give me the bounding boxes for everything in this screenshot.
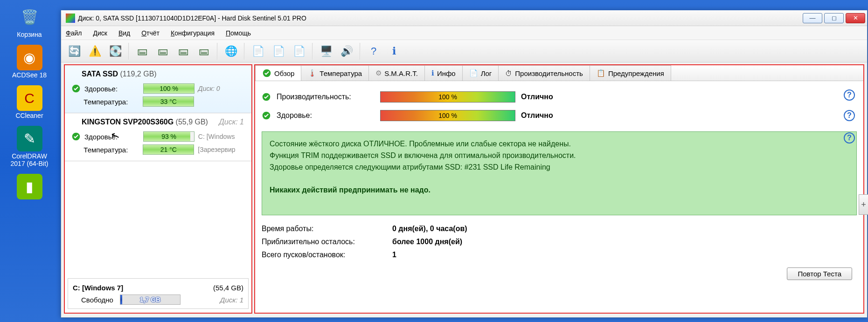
tool-doc1[interactable]: 📄 — [249, 42, 267, 61]
tool-a[interactable]: 🖴 — [133, 42, 152, 61]
tab-smart[interactable]: ⚙ S.M.A.R.T. — [368, 65, 425, 81]
tool-globe[interactable]: 🌐 — [222, 42, 240, 61]
window-title: Диск: 0, SATA SSD [11130711040D1D12EF0A]… — [78, 14, 803, 22]
toolbar-separator — [217, 43, 218, 60]
close-button[interactable]: ✕ — [846, 13, 865, 23]
menu-config[interactable]: Конфигурация — [171, 29, 215, 37]
tool-disk[interactable]: 💽 — [106, 42, 125, 61]
check-icon — [262, 111, 271, 120]
disks-panel: SATA SSD (119,2 GB) Здоровье: 100 % Диск… — [64, 64, 252, 314]
tool-b[interactable]: 🖴 — [153, 42, 172, 61]
overview-pane: ? ? ? Производительность: 100 % Отлично … — [255, 81, 863, 313]
metric-health: Здоровье: 100 % Отлично — [262, 106, 857, 125]
disk-card-0[interactable]: SATA SSD (119,2 GB) Здоровье: 100 % Диск… — [65, 65, 251, 113]
stats-block: Время работы:0 дня(ей), 0 часа(ов) Прибл… — [262, 225, 857, 264]
metric-performance: Производительность: 100 % Отлично — [262, 88, 857, 106]
tool-monitor[interactable]: 🖥️ — [317, 42, 335, 61]
stat-value: более 1000 дня(ей) — [392, 238, 462, 251]
desktop-icon-other[interactable]: ▮ — [4, 172, 55, 204]
tab-overview[interactable]: Обзор — [255, 65, 301, 81]
menu-report[interactable]: Отчёт — [141, 29, 160, 37]
warn-icon: 📋 — [597, 69, 605, 77]
tab-warnings[interactable]: 📋 Предупреждения — [590, 65, 671, 81]
tool-warn[interactable]: ⚠️ — [85, 42, 104, 61]
desktop-icon-coreldraw[interactable]: ✎ CorelDRAW 2017 (64-Bit) — [4, 124, 55, 172]
desktop-icon-label: Корзина — [17, 31, 42, 38]
desktop-icon-ccleaner[interactable]: C CCleaner — [4, 83, 55, 124]
desktop-icon-label: CCleaner — [15, 112, 43, 119]
perf-bar: 100 % — [380, 91, 515, 103]
temp-label: Температура: — [83, 98, 139, 106]
tab-performance[interactable]: ⏱ Производительность — [498, 65, 590, 81]
spacer — [65, 161, 251, 276]
menu-disk[interactable]: Диск — [93, 29, 107, 37]
stat-label: Время работы: — [262, 225, 392, 238]
desktop-icons: 🗑️ Корзина ◉ ACDSee 18 C CCleaner ✎ Core… — [4, 2, 55, 204]
maximize-button[interactable]: ◻ — [824, 13, 844, 23]
expand-button[interactable]: + — [859, 194, 868, 215]
titlebar[interactable]: Диск: 0, SATA SSD [11130711040D1D12EF0A]… — [61, 10, 867, 26]
health-label: Здоровье: — [84, 85, 139, 93]
menu-view[interactable]: Вид — [118, 29, 130, 37]
toolbar-separator — [128, 43, 129, 60]
desktop-icon-label: CorelDRAW 2017 (64-Bit) — [4, 152, 55, 167]
desktop-icon-acdsee[interactable]: ◉ ACDSee 18 — [4, 43, 55, 83]
tool-refresh[interactable]: 🔄 — [65, 42, 83, 61]
check-icon — [71, 84, 81, 93]
temp-label: Температура: — [83, 146, 139, 154]
help-button[interactable]: ? — [844, 89, 855, 101]
disk-title: KINGSTON SVP200S360G (55,9 GB) Диск: 1 — [82, 118, 246, 126]
stat-label: Всего пусков/остановок: — [262, 251, 392, 264]
tool-doc2[interactable]: 📄 — [269, 42, 288, 61]
partition-hint: [Зарезервир — [198, 146, 245, 153]
tab-temperature[interactable]: 🌡️ Температура — [301, 65, 369, 81]
gauge-icon: ⏱ — [505, 69, 512, 77]
chip-icon: ⚙ — [375, 69, 382, 77]
stat-label: Приблизительно осталось: — [262, 238, 392, 251]
tool-doc3[interactable]: 📄 — [290, 42, 308, 61]
health-bar: 100 % — [380, 110, 515, 121]
check-icon — [71, 132, 81, 141]
disk-card-1[interactable]: KINGSTON SVP200S360G (55,9 GB) Диск: 1 З… — [65, 113, 251, 161]
info-icon: ℹ — [431, 69, 434, 77]
volume-card[interactable]: C: [Windows 7] (55,4 GB) Свободно 1,7 GB… — [68, 278, 249, 309]
tool-c[interactable]: 🖴 — [174, 42, 193, 61]
desktop-icon-label: ACDSee 18 — [12, 71, 47, 79]
doc-icon: 📄 — [469, 69, 478, 77]
perf-label: Производительность: — [277, 93, 375, 101]
tool-info[interactable]: ℹ — [385, 42, 403, 61]
toolbar: 🔄 ⚠️ 💽 🖴 🖴 🖴 🖴 🌐 📄 📄 📄 🖥️ 🔊 ? ℹ — [61, 40, 867, 62]
desktop-icon-bin[interactable]: 🗑️ Корзина — [4, 2, 55, 43]
health-bar: 100 % — [143, 83, 194, 94]
help-button[interactable]: ? — [844, 110, 855, 121]
help-button[interactable]: ? — [844, 132, 855, 144]
free-bar: 1,7 GB — [120, 295, 181, 305]
retest-button[interactable]: Повтор Теста — [787, 267, 852, 280]
tab-info[interactable]: ℹ Инфо — [424, 65, 463, 81]
minimize-button[interactable]: ― — [803, 13, 822, 23]
health-label: Здоровье: — [277, 111, 375, 120]
tool-help[interactable]: ? — [364, 42, 383, 61]
app-logo-icon — [66, 14, 75, 23]
volume-cap: (55,4 GB) — [213, 284, 243, 292]
menu-file[interactable]: Файл — [66, 29, 82, 37]
tool-d[interactable]: 🖴 — [194, 42, 213, 61]
toolbar-separator — [360, 43, 361, 60]
menu-help[interactable]: Помощь — [226, 29, 251, 37]
drive-letter: C: [Windows — [198, 133, 245, 140]
stat-value: 0 дня(ей), 0 часа(ов) — [392, 225, 467, 238]
perf-rating: Отлично — [521, 93, 605, 101]
tool-sound[interactable]: 🔊 — [337, 42, 356, 61]
app-window: Диск: 0, SATA SSD [11130711040D1D12EF0A]… — [61, 10, 868, 318]
disk-title: SATA SSD (119,2 GB) — [82, 70, 246, 78]
details-panel: Обзор 🌡️ Температура ⚙ S.M.A.R.T. ℹ Инфо… — [254, 64, 864, 314]
content-area: SATA SSD (119,2 GB) Здоровье: 100 % Диск… — [61, 62, 867, 317]
status-text: Состояние жёсткого диска ОТЛИЧНОЕ. Пробл… — [262, 131, 857, 215]
health-label: Здоровье: — [84, 133, 139, 141]
thermometer-icon: 🌡️ — [308, 69, 317, 77]
draw-icon: ✎ — [17, 126, 42, 151]
health-rating: Отлично — [521, 111, 605, 120]
disk-index: Диск: 0 — [198, 85, 245, 92]
stat-value: 1 — [392, 251, 396, 264]
tab-log[interactable]: 📄 Лог — [462, 65, 499, 81]
